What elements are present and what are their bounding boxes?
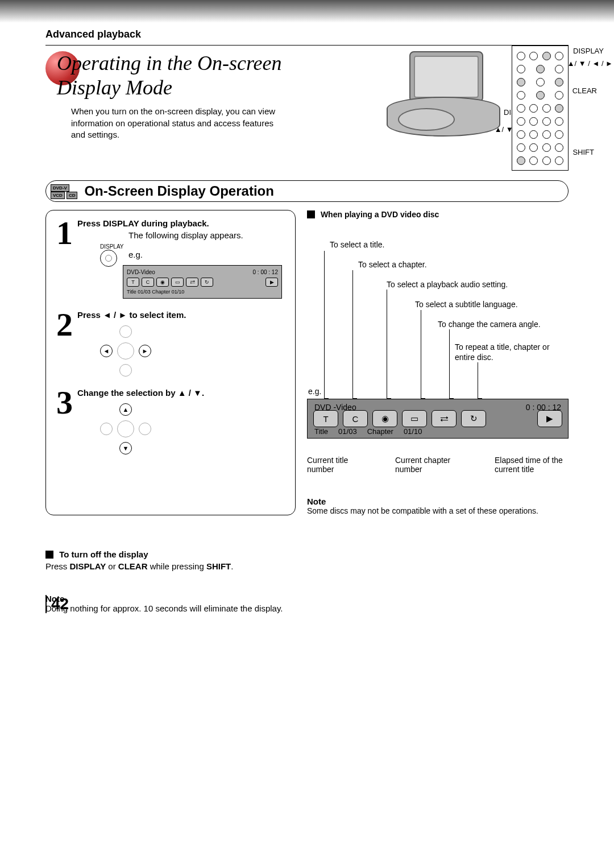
callout-change-angle: To change the camera angle. (438, 319, 541, 329)
big-repeat-icon: ↻ (461, 410, 486, 427)
osd-top-right: 0 : 00 : 12 (253, 269, 278, 275)
turnoff-c: or (106, 561, 118, 571)
callout-current-chapter: Current chapter number (395, 456, 469, 474)
big-play-icon: ▶ (537, 410, 562, 427)
big-osd-title-val: 01/03 (338, 427, 357, 436)
callout-current-title: Current title number (307, 456, 370, 474)
callout-select-chapter: To select a chapter. (358, 259, 427, 270)
remote-display-label: DISPLAY (573, 47, 604, 55)
turnoff-e: while pressing (148, 561, 206, 571)
remote-arrows-label: ▲/ ▼ / ◄ / ► (567, 59, 613, 68)
osd-bottom-row: Title 01/03 Chapter 01/10 (127, 289, 278, 295)
osd-repeat-icon: ↻ (201, 278, 213, 287)
big-osd-top-left: DVD -Video (314, 403, 356, 412)
turnoff-f: SHIFT (206, 561, 231, 571)
callout-select-audio: To select a playback audio setting. (387, 279, 508, 290)
big-osd-title-label: Title (314, 427, 328, 436)
page-number: 42 (45, 595, 69, 613)
step-1: 1 Press DISPLAY during playback. The fol… (56, 218, 285, 299)
page-title-line1: Operating in the On-screen (57, 51, 569, 76)
big-c-icon: C (343, 410, 368, 427)
osd-audio-icon: ◉ (156, 278, 169, 287)
right-note-body: Some discs may not be compatible with a … (307, 506, 569, 515)
intro-text: When you turn on the on-screen display, … (71, 106, 287, 140)
left-note-body: Doing nothing for approx. 10 seconds wil… (45, 604, 290, 613)
right-note-head: Note (307, 497, 569, 506)
display-button-illustration: DISPLAY (100, 243, 285, 267)
page-title-line2: Display Mode (57, 76, 569, 100)
turnoff-b: DISPLAY (70, 561, 106, 571)
callouts-diagram: To select a title. To select a chapter. … (307, 228, 569, 410)
turnoff-head: To turn off the display (59, 549, 148, 559)
osd-top-left: DVD-Video (127, 269, 155, 275)
display-button-icon (100, 250, 117, 267)
big-osd-chapter-label: Chapter (367, 427, 393, 436)
step-3: 3 Change the selection by ▲ / ▼. ▲ ▼ (56, 388, 285, 454)
eg-label: e.g. (308, 386, 321, 396)
big-osd-top-right: 0 : 00 : 12 (526, 403, 561, 412)
section-breadcrumb: Advanced playback (45, 28, 569, 40)
big-subtitle-icon: ▭ (402, 410, 427, 427)
callout-select-subtitle: To select a subtitle language. (415, 299, 518, 309)
badge-vcd: VCD (51, 192, 65, 199)
osd-play-icon: ▶ (265, 278, 278, 287)
up-arrow-icon: ▲ (119, 403, 132, 416)
turnoff-g: . (231, 561, 233, 571)
steps-panel: 1 Press DISPLAY during playback. The fol… (45, 210, 296, 515)
big-t-icon: T (313, 410, 338, 427)
badge-dvdv: DVD-V (51, 184, 69, 192)
callout-select-title: To select a title. (330, 239, 385, 250)
format-badges: DVD-V VCD CD (51, 184, 77, 199)
dvd-heading: When playing a DVD video disc (321, 210, 439, 219)
osd-t-icon: T (127, 278, 139, 287)
section-title: On-Screen Display Operation (84, 183, 273, 199)
turnoff-d: CLEAR (118, 561, 148, 571)
callout-repeat: To repeat a title, chapter or entire dis… (455, 342, 557, 362)
turn-off-block: To turn off the display Press DISPLAY or… (45, 549, 290, 613)
step-1-title: Press DISPLAY during playback. (77, 218, 285, 228)
step-2-number: 2 (56, 310, 73, 377)
dpad-lr-illustration: ◄ ► (100, 325, 151, 377)
step-2-title: Press ◄ / ► to select item. (77, 310, 285, 320)
badge-cd: CD (67, 192, 78, 199)
page-title-block: Operating in the On-screen Display Mode (45, 51, 569, 100)
osd-angle-icon: ⮂ (186, 278, 198, 287)
left-note-head: Note (45, 594, 290, 604)
step-2: 2 Press ◄ / ► to select item. ◄ ► (56, 310, 285, 377)
remote-shift-label: SHIFT (572, 148, 594, 156)
osd-subtitle-icon: ▭ (171, 278, 184, 287)
down-arrow-icon: ▼ (119, 442, 132, 454)
big-osd-box: DVD -Video 0 : 00 : 12 T C ◉ ▭ ⮂ ↻ ▶ (307, 399, 569, 439)
osd-example-box: DVD-Video 0 : 00 : 12 T C ◉ ▭ ⮂ ↻ ▶ T (123, 265, 282, 299)
big-osd-chapter-val: 01/10 (404, 427, 422, 436)
step-3-number: 3 (56, 388, 73, 454)
right-column: When playing a DVD video disc To select … (307, 210, 569, 515)
square-bullet-icon (45, 551, 53, 559)
step-1-number: 1 (56, 218, 73, 299)
big-angle-icon: ⮂ (432, 410, 457, 427)
right-arrow-icon: ► (139, 345, 151, 357)
left-arrow-icon: ◄ (100, 345, 113, 357)
remote-clear-label: CLEAR (572, 86, 597, 95)
big-audio-icon: ◉ (372, 410, 397, 427)
square-bullet-icon (307, 210, 315, 218)
osd-c-icon: C (142, 278, 154, 287)
callout-elapsed: Elapsed time of the current title (495, 456, 569, 474)
step-1-body: The following display appears. (128, 230, 285, 240)
turnoff-a: Press (45, 561, 70, 571)
display-button-label: DISPLAY (100, 243, 285, 250)
dpad-ud-illustration: ▲ ▼ (100, 403, 151, 454)
step-3-title: Change the selection by ▲ / ▼. (77, 388, 285, 398)
section-header: DVD-V VCD CD On-Screen Display Operation (45, 180, 569, 202)
bottom-callouts: Current title number Current chapter num… (307, 456, 569, 474)
